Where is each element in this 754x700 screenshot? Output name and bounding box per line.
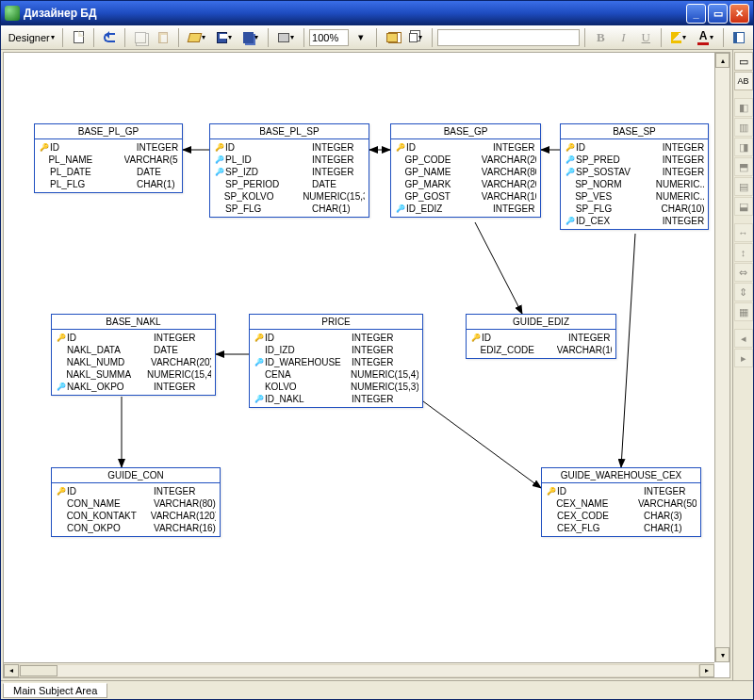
field-row[interactable]: 🔑IDINTEGER: [214, 141, 365, 154]
field-row[interactable]: PL_FLGCHAR(1): [39, 178, 178, 190]
tool-align-bottom[interactable]: ⬓: [734, 197, 753, 216]
scroll-down-button[interactable]: ▾: [715, 647, 729, 662]
field-row[interactable]: NAKL_DATADATE: [56, 344, 211, 356]
font-combo[interactable]: [437, 29, 580, 46]
entity-table[interactable]: BASE_SP🔑IDINTEGER🔑SP_PREDINTEGER🔑SP_SOST…: [560, 123, 709, 230]
field-row[interactable]: SP_PERIODDATE: [214, 178, 365, 190]
field-row[interactable]: ID_IZDINTEGER: [254, 344, 418, 356]
tool-distribute-v[interactable]: ↕: [734, 243, 753, 262]
field-row[interactable]: SP_NORMNUMERIC...: [565, 178, 704, 190]
scroll-left-button[interactable]: ◂: [4, 664, 19, 677]
entity-header[interactable]: GUIDE_EDIZ: [467, 315, 615, 330]
minimize-button[interactable]: _: [686, 4, 706, 24]
field-row[interactable]: NAKL_SUMMANUMERIC(15,4): [56, 368, 211, 381]
entity-table[interactable]: BASE_PL_SP🔑IDINTEGER🔑PL_IDINTEGER🔑SP_IZD…: [209, 123, 369, 218]
entity-header[interactable]: BASE_NAKL: [52, 315, 215, 330]
zoom-input[interactable]: [309, 29, 349, 46]
maximize-button[interactable]: ▭: [708, 4, 728, 24]
entity-table[interactable]: BASE_PL_GP🔑IDINTEGERPL_NAMEVARCHAR(50)PL…: [34, 123, 183, 193]
tool-align-top[interactable]: ⬒: [734, 157, 753, 176]
entity-header[interactable]: GUIDE_CON: [52, 468, 220, 483]
field-row[interactable]: EDIZ_CODEVARCHAR(10): [470, 344, 612, 356]
entity-header[interactable]: GUIDE_WAREHOUSE_CEX: [542, 468, 700, 483]
field-row[interactable]: CON_NAMEVARCHAR(80): [56, 497, 216, 510]
scroll-thumb[interactable]: [20, 665, 57, 676]
field-row[interactable]: 🔑ID_EDIZINTEGER: [395, 203, 536, 215]
bold-button[interactable]: B: [590, 27, 611, 48]
field-row[interactable]: 🔑ID_CEXINTEGER: [565, 215, 704, 227]
field-row[interactable]: GP_NAMEVARCHAR(80): [395, 166, 536, 178]
entity-table[interactable]: GUIDE_CON🔑IDINTEGERCON_NAMEVARCHAR(80)CO…: [51, 467, 221, 537]
tool-distribute-h[interactable]: ↔: [734, 223, 753, 242]
tool-align-right[interactable]: ◨: [734, 138, 753, 156]
field-row[interactable]: 🔑IDINTEGER: [470, 332, 612, 344]
tool-grid[interactable]: ▦: [734, 302, 753, 321]
font-color-button[interactable]: A▾: [693, 27, 718, 48]
designer-dropdown[interactable]: Designer ▾: [5, 27, 57, 48]
field-row[interactable]: 🔑IDINTEGER: [395, 141, 536, 154]
field-row[interactable]: KOLVONUMERIC(15,3): [254, 381, 418, 393]
field-row[interactable]: SP_VESNUMERIC...: [565, 190, 704, 203]
window-tile-button[interactable]: [382, 27, 402, 48]
entity-table[interactable]: GUIDE_EDIZ🔑IDINTEGEREDIZ_CODEVARCHAR(10): [466, 314, 616, 359]
undo-button[interactable]: [99, 27, 120, 48]
horizontal-scrollbar[interactable]: ◂ ▸: [4, 662, 714, 677]
field-row[interactable]: 🔑NAKL_OKPOINTEGER: [56, 381, 211, 393]
scroll-up-button[interactable]: ▴: [715, 53, 729, 68]
field-row[interactable]: PL_DATEDATE: [39, 166, 178, 178]
diagram-canvas[interactable]: BASE_PL_GP🔑IDINTEGERPL_NAMEVARCHAR(50)PL…: [4, 53, 729, 677]
field-row[interactable]: 🔑ID_WAREHOUSEINTEGER: [254, 356, 418, 368]
tool-select[interactable]: ▭: [734, 52, 753, 71]
tool-align-center[interactable]: ▥: [734, 118, 753, 137]
field-row[interactable]: SP_FLGCHAR(10): [565, 203, 704, 215]
subject-area-tab[interactable]: Main Subject Area: [3, 683, 107, 698]
scroll-track[interactable]: [19, 664, 699, 677]
open-button[interactable]: ▾: [184, 27, 210, 48]
field-row[interactable]: CEX_CODECHAR(3): [546, 510, 697, 522]
field-row[interactable]: NAKL_NUMDVARCHAR(20): [56, 356, 211, 368]
field-row[interactable]: SP_KOLVONUMERIC(15,3): [214, 190, 365, 203]
tool-prev[interactable]: ◂: [734, 329, 753, 348]
copy-button[interactable]: [130, 27, 151, 48]
entity-table[interactable]: GUIDE_WAREHOUSE_CEX🔑IDINTEGERCEX_NAMEVAR…: [541, 467, 701, 537]
field-row[interactable]: 🔑IDINTEGER: [254, 332, 418, 344]
field-row[interactable]: PL_NAMEVARCHAR(50): [39, 154, 178, 166]
field-row[interactable]: 🔑IDINTEGER: [546, 485, 697, 497]
tool-same-width[interactable]: ⇔: [734, 263, 753, 282]
field-row[interactable]: CEX_FLGCHAR(1): [546, 522, 697, 534]
window-cascade-button[interactable]: ▾: [404, 27, 427, 48]
paste-button[interactable]: [153, 27, 173, 48]
entity-header[interactable]: BASE_SP: [561, 124, 708, 139]
entity-header[interactable]: PRICE: [250, 315, 422, 330]
fill-color-button[interactable]: ▾: [666, 27, 691, 48]
entity-header[interactable]: BASE_PL_GP: [35, 124, 182, 139]
field-row[interactable]: 🔑IDINTEGER: [565, 141, 704, 154]
entity-table[interactable]: PRICE🔑IDINTEGERID_IZDINTEGER🔑ID_WAREHOUS…: [249, 314, 423, 408]
tool-same-height[interactable]: ⇕: [734, 283, 753, 301]
zoom-dropdown[interactable]: ▾: [351, 27, 371, 48]
entity-header[interactable]: BASE_PL_SP: [210, 124, 369, 139]
scroll-right-button[interactable]: ▸: [699, 664, 714, 677]
save-all-button[interactable]: ▾: [238, 27, 263, 48]
field-row[interactable]: 🔑ID_NAKLINTEGER: [254, 393, 418, 405]
entity-table[interactable]: BASE_NAKL🔑IDINTEGERNAKL_DATADATENAKL_NUM…: [51, 314, 216, 396]
close-button[interactable]: ✕: [729, 4, 749, 24]
field-row[interactable]: 🔑IDINTEGER: [56, 485, 216, 497]
tool-edit[interactable]: AB: [734, 72, 753, 90]
print-button[interactable]: ▾: [273, 27, 299, 48]
field-row[interactable]: 🔑PL_IDINTEGER: [214, 154, 365, 166]
field-row[interactable]: 🔑IDINTEGER: [56, 332, 211, 344]
save-button[interactable]: ▾: [212, 27, 237, 48]
italic-button[interactable]: I: [613, 27, 633, 48]
field-row[interactable]: 🔑IDINTEGER: [39, 141, 178, 154]
field-row[interactable]: 🔑SP_IZDINTEGER: [214, 166, 365, 178]
field-row[interactable]: GP_CODEVARCHAR(20): [395, 154, 536, 166]
field-row[interactable]: CON_KONTAKTVARCHAR(120): [56, 510, 216, 522]
tool-align-middle[interactable]: ▤: [734, 177, 753, 196]
new-button[interactable]: [68, 27, 89, 48]
field-row[interactable]: 🔑SP_PREDINTEGER: [565, 154, 704, 166]
field-row[interactable]: GP_MARKVARCHAR(20): [395, 178, 536, 190]
panel-button[interactable]: [729, 27, 749, 48]
vertical-scrollbar[interactable]: ▴ ▾: [714, 53, 729, 662]
field-row[interactable]: CENANUMERIC(15,4): [254, 368, 418, 381]
